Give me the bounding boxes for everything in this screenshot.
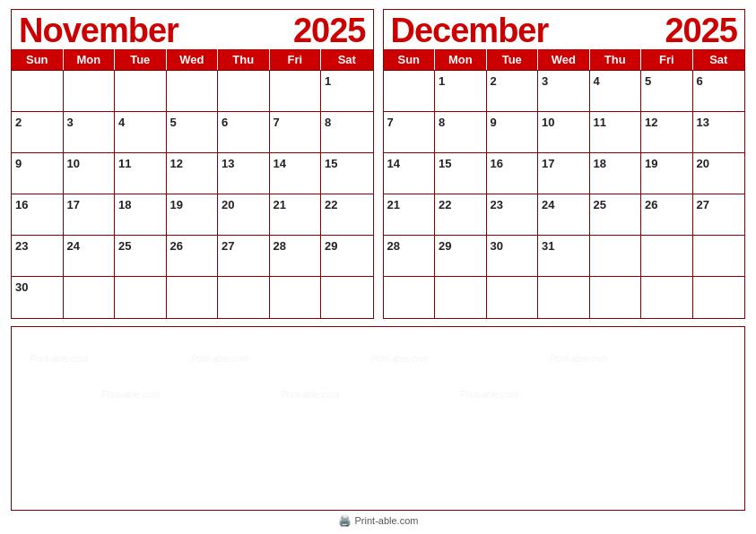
nov-day-num: 18 — [118, 198, 131, 211]
dec-tue-header: Tue — [487, 49, 539, 70]
dec-day-cell — [693, 277, 745, 318]
nov-wed-header: Wed — [167, 49, 219, 70]
nov-day-cell: 27 — [218, 236, 270, 277]
dec-day-num: 6 — [697, 74, 703, 88]
dec-day-cell: 5 — [641, 71, 693, 112]
dec-header: December 2025 — [384, 10, 745, 49]
nov-day-num: 25 — [118, 239, 131, 253]
watermark-7: Print-able.com — [460, 390, 517, 400]
nov-day-num: 21 — [274, 198, 286, 211]
dec-fri-header: Fri — [641, 49, 693, 70]
dec-day-num: 11 — [594, 116, 606, 129]
dec-day-num: 29 — [439, 239, 451, 253]
footer: 🖨️ Print-able.com — [11, 514, 745, 527]
nov-day-cell: 20 — [218, 194, 270, 236]
dec-day-cell: 14 — [384, 153, 436, 194]
nov-day-cell: 9 — [12, 153, 64, 194]
nov-day-num: 12 — [170, 157, 183, 170]
notes-area[interactable]: Print-able.com Print-able.com Print-able… — [11, 326, 745, 511]
dec-day-cell: 18 — [590, 153, 642, 194]
nov-day-cell — [218, 277, 270, 318]
nov-day-cell: 28 — [270, 236, 322, 277]
dec-day-num: 1 — [439, 74, 445, 88]
dec-day-cell: 22 — [435, 194, 487, 236]
nov-day-cell: 4 — [115, 112, 167, 153]
nov-day-num: 30 — [15, 280, 28, 294]
dec-year: 2025 — [665, 13, 737, 47]
dec-day-cell: 2 — [487, 71, 539, 112]
nov-day-cell: 21 — [270, 194, 322, 236]
calendars-row: November 2025 Sun Mon Tue Wed Thu Fri Sa… — [11, 9, 745, 319]
dec-day-cell — [641, 236, 693, 277]
dec-day-num: 16 — [491, 157, 503, 170]
dec-day-cell — [590, 236, 642, 277]
nov-day-cell — [270, 71, 322, 112]
nov-day-cell: 25 — [115, 236, 167, 277]
dec-day-cell: 17 — [538, 153, 590, 194]
dec-day-cell — [590, 277, 642, 318]
nov-grid: 1234567891011121314151617181920212223242… — [12, 70, 373, 318]
watermark-2: Print-able.com — [191, 354, 248, 364]
dec-day-cell: 6 — [693, 71, 745, 112]
nov-day-num: 1 — [325, 74, 331, 88]
nov-day-num: 7 — [274, 116, 280, 129]
dec-day-cell: 16 — [487, 153, 539, 194]
dec-day-cell — [384, 277, 436, 318]
dec-day-cell: 7 — [384, 112, 436, 153]
nov-day-num: 8 — [325, 116, 331, 129]
nov-month-name: November — [19, 13, 178, 47]
dec-mon-header: Mon — [435, 49, 487, 70]
nov-year: 2025 — [293, 13, 366, 47]
dec-day-num: 23 — [491, 198, 503, 211]
dec-day-cell: 19 — [641, 153, 693, 194]
nov-day-cell: 5 — [167, 112, 219, 153]
nov-day-num: 17 — [67, 198, 80, 211]
nov-day-cell: 15 — [321, 153, 373, 194]
nov-day-cell: 19 — [167, 194, 219, 236]
nov-day-num: 27 — [222, 239, 234, 253]
dec-thu-header: Thu — [590, 49, 642, 70]
dec-day-num: 27 — [697, 198, 709, 211]
dec-day-cell: 25 — [590, 194, 642, 236]
dec-day-num: 15 — [439, 157, 451, 170]
dec-day-num: 4 — [594, 74, 600, 88]
dec-day-cell: 12 — [641, 112, 693, 153]
dec-day-cell — [538, 277, 590, 318]
dec-day-cell — [641, 277, 693, 318]
nov-day-cell: 17 — [64, 194, 116, 236]
nov-day-num: 9 — [15, 157, 22, 170]
nov-day-cell — [12, 71, 64, 112]
nov-day-cell: 6 — [218, 112, 270, 153]
watermark-4: Print-able.com — [550, 354, 607, 364]
dec-day-cell: 9 — [487, 112, 539, 153]
dec-day-cell: 20 — [693, 153, 745, 194]
dec-day-cell — [487, 277, 539, 318]
nov-day-num: 5 — [170, 116, 177, 129]
nov-day-cell — [64, 71, 116, 112]
nov-day-cell: 16 — [12, 194, 64, 236]
nov-day-num: 11 — [118, 157, 131, 170]
dec-day-cell: 21 — [384, 194, 436, 236]
dec-day-cell: 26 — [641, 194, 693, 236]
dec-day-num: 5 — [645, 74, 651, 88]
nov-day-cell — [167, 71, 219, 112]
dec-day-num: 2 — [491, 74, 497, 88]
dec-days-header: Sun Mon Tue Wed Thu Fri Sat — [384, 49, 745, 70]
nov-day-cell: 13 — [218, 153, 270, 194]
nov-days-header: Sun Mon Tue Wed Thu Fri Sat — [12, 49, 373, 70]
nov-day-cell: 24 — [64, 236, 116, 277]
dec-day-num: 14 — [387, 157, 400, 170]
nov-day-cell — [218, 71, 270, 112]
dec-day-cell: 30 — [487, 236, 539, 277]
dec-day-num: 24 — [542, 198, 554, 211]
dec-day-num: 22 — [439, 198, 451, 211]
dec-grid: 1234567891011121314151617181920212223242… — [384, 70, 745, 318]
nov-day-cell: 8 — [321, 112, 373, 153]
nov-day-cell — [64, 277, 116, 318]
dec-day-num: 20 — [697, 157, 709, 170]
dec-day-cell: 28 — [384, 236, 436, 277]
nov-day-cell: 3 — [64, 112, 116, 153]
dec-day-cell: 1 — [435, 71, 487, 112]
nov-fri-header: Fri — [270, 49, 322, 70]
nov-day-cell: 11 — [115, 153, 167, 194]
